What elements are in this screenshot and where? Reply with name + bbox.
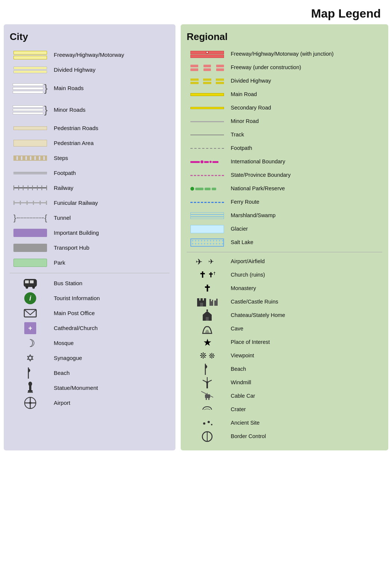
list-item: ☽ Mosque <box>10 336 169 350</box>
reg-track-symbol <box>187 135 228 135</box>
list-item: Funicular Railway <box>10 196 169 210</box>
reg-poi-symbol: ★ <box>187 337 228 348</box>
info-circle-icon: i <box>24 292 36 304</box>
reg-salt-lake-symbol <box>187 238 228 247</box>
list-item: Crater <box>187 403 382 416</box>
cross-ruins-icon: ✝† <box>208 271 216 279</box>
reg-ferry-label: Ferry Route <box>231 199 259 205</box>
reg-intl-boundary-label: International Boundary <box>231 158 285 165</box>
railway-symbol <box>10 185 51 191</box>
list-item: Windmill <box>187 376 382 389</box>
reg-border-control-label: Border Control <box>231 433 266 440</box>
list-item: Freeway (under construction) <box>187 61 382 74</box>
crescent-icon: ☽ <box>26 337 35 349</box>
list-item: Main Post Office <box>10 306 169 320</box>
svg-rect-37 <box>206 383 208 388</box>
church-cross-icon: + <box>24 322 36 334</box>
important-building-symbol <box>10 229 51 237</box>
reg-footpath-label: Footpath <box>231 145 252 151</box>
svg-rect-2 <box>30 280 34 283</box>
list-item: } Minor Roads <box>10 99 169 120</box>
list-item: Secondary Road <box>187 102 382 114</box>
monastery-cross-icon: ✝ <box>203 283 211 294</box>
airport-city-symbol <box>10 397 51 409</box>
beach-city-label: Beach <box>54 370 70 376</box>
svg-rect-22 <box>209 301 213 306</box>
reg-salt-lake-label: Salt Lake <box>231 239 253 246</box>
list-item: ❊ ❊ Viewpoint <box>187 349 382 362</box>
reg-castle-symbol <box>187 297 228 307</box>
crater-icon <box>201 405 213 414</box>
pedestrian-roads-symbol <box>10 126 51 130</box>
beach-city-symbol <box>10 367 51 379</box>
airport-city-label: Airport <box>54 400 70 406</box>
ancient-site-icon <box>201 420 213 426</box>
list-item: ✝ ✝† Church (ruins) <box>187 269 382 281</box>
mosque-label: Mosque <box>54 340 74 346</box>
list-item: International Boundary <box>187 155 382 168</box>
reg-national-park-label: National Park/Reserve <box>231 185 285 192</box>
svg-point-44 <box>208 421 210 423</box>
reg-beach-symbol <box>187 363 228 376</box>
list-item: Freeway/Highway/Motorway <box>10 48 169 62</box>
reg-cable-car-symbol <box>187 390 228 403</box>
list-item: Park <box>10 256 169 270</box>
reg-freeway-const-symbol <box>187 65 228 71</box>
cable-car-icon <box>200 390 214 403</box>
svg-rect-29 <box>206 317 209 321</box>
tourist-info-label: Tourist Information <box>54 295 100 302</box>
list-item: Pedestrian Area <box>10 136 169 150</box>
cathedral-label: Cathedral/Church <box>54 325 98 332</box>
divided-highway-label: Divided Highway <box>54 67 96 73</box>
list-item: Airport <box>10 396 169 410</box>
list-item: Minor Road <box>187 115 382 128</box>
list-item: Steps <box>10 151 169 165</box>
funicular-label: Funicular Railway <box>54 200 98 206</box>
list-item: Divided Highway <box>187 75 382 87</box>
map-legend-page: Map Legend City Freeway/Highway/Motorway <box>0 0 392 573</box>
bus-station-symbol <box>10 278 51 289</box>
list-item: Chateau/Stately Home <box>187 309 382 322</box>
main-roads-symbol: } <box>10 83 51 93</box>
regional-heading: Regional <box>187 31 382 43</box>
pedestrian-area-label: Pedestrian Area <box>54 140 94 147</box>
reg-minor-road-symbol <box>187 121 228 122</box>
reg-ancient-site-label: Ancient Site <box>231 420 259 426</box>
freeway-highway-symbol <box>10 51 51 59</box>
list-item: Railway <box>10 181 169 195</box>
divided-highway-symbol <box>10 67 51 73</box>
svg-rect-21 <box>200 303 203 306</box>
chateau-icon <box>201 309 213 321</box>
svg-rect-18 <box>197 298 199 301</box>
list-item: Salt Lake <box>187 236 382 249</box>
reg-glacier-symbol <box>187 225 228 233</box>
reg-freeway-const-label: Freeway (under construction) <box>231 64 301 71</box>
reg-minor-road-label: Minor Road <box>231 118 259 124</box>
svg-text:✈: ✈ <box>196 257 202 267</box>
important-building-label: Important Building <box>54 229 99 236</box>
reg-freeway-label: Freeway/Highway/Motorway (with junction) <box>231 51 334 57</box>
list-item: Cable Car <box>187 390 382 403</box>
steps-label: Steps <box>54 155 68 161</box>
star-of-david-icon: ✡ <box>26 352 34 364</box>
reg-windmill-label: Windmill <box>231 379 251 386</box>
svg-rect-8 <box>29 386 31 390</box>
reg-church-symbol: ✝ ✝† <box>187 270 228 280</box>
list-item: Important Building <box>10 226 169 240</box>
windmill-icon <box>201 376 213 389</box>
reg-state-boundary-symbol <box>187 175 228 176</box>
list-item: ✈ ✈ Airport/Airfield <box>187 255 382 268</box>
svg-rect-39 <box>205 394 210 398</box>
reg-divided-hwy-symbol <box>187 78 228 84</box>
reg-crater-symbol <box>187 405 228 414</box>
beach-flag-icon <box>26 367 34 379</box>
bus-icon <box>23 278 37 289</box>
reg-marshland-symbol <box>187 212 228 219</box>
star-icon: ★ <box>203 337 212 348</box>
reg-main-road-symbol <box>187 93 228 96</box>
list-item: Ferry Route <box>187 196 382 209</box>
reg-airport-symbol: ✈ ✈ <box>187 256 228 267</box>
reg-beach-label: Beach <box>231 366 246 372</box>
bus-station-label: Bus Station <box>54 280 83 287</box>
reg-footpath-symbol <box>187 148 228 149</box>
